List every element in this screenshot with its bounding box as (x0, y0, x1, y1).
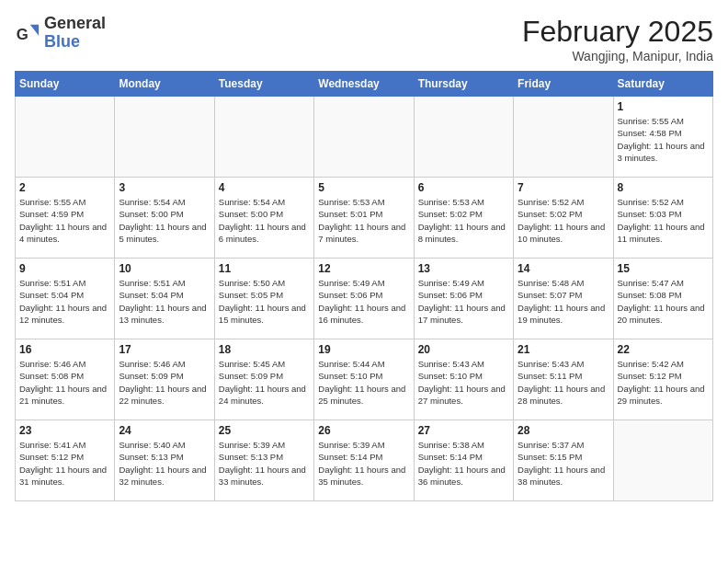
day-info: Sunrise: 5:52 AM Sunset: 5:02 PM Dayligh… (518, 196, 609, 245)
day-info: Sunrise: 5:51 AM Sunset: 5:04 PM Dayligh… (19, 277, 110, 326)
day-number: 11 (219, 262, 310, 275)
calendar-cell: 21Sunrise: 5:43 AM Sunset: 5:11 PM Dayli… (514, 339, 613, 420)
title-block: February 2025 Wangjing, Manipur, India (522, 15, 713, 63)
week-row-3: 9Sunrise: 5:51 AM Sunset: 5:04 PM Daylig… (16, 259, 713, 339)
day-number: 14 (518, 262, 609, 275)
weekday-header-wednesday: Wednesday (314, 72, 414, 97)
calendar: SundayMondayTuesdayWednesdayThursdayFrid… (15, 71, 713, 501)
day-info: Sunrise: 5:49 AM Sunset: 5:06 PM Dayligh… (318, 277, 409, 326)
page-header: G General Blue February 2025 Wangjing, M… (15, 15, 713, 63)
day-number: 19 (318, 343, 409, 356)
day-info: Sunrise: 5:42 AM Sunset: 5:12 PM Dayligh… (618, 358, 709, 407)
day-number: 21 (518, 343, 609, 356)
day-number: 13 (418, 262, 509, 275)
day-info: Sunrise: 5:38 AM Sunset: 5:14 PM Dayligh… (418, 439, 509, 488)
day-number: 16 (19, 343, 110, 356)
calendar-cell: 26Sunrise: 5:39 AM Sunset: 5:14 PM Dayli… (314, 420, 414, 501)
calendar-cell: 23Sunrise: 5:41 AM Sunset: 5:12 PM Dayli… (16, 420, 115, 501)
calendar-cell: 15Sunrise: 5:47 AM Sunset: 5:08 PM Dayli… (613, 259, 712, 339)
location: Wangjing, Manipur, India (522, 49, 713, 63)
day-info: Sunrise: 5:54 AM Sunset: 5:00 PM Dayligh… (119, 196, 210, 245)
calendar-cell (414, 97, 513, 178)
day-number: 3 (119, 181, 210, 194)
day-info: Sunrise: 5:37 AM Sunset: 5:15 PM Dayligh… (518, 439, 609, 488)
calendar-cell: 13Sunrise: 5:49 AM Sunset: 5:06 PM Dayli… (414, 259, 513, 339)
week-row-4: 16Sunrise: 5:46 AM Sunset: 5:08 PM Dayli… (16, 339, 713, 420)
calendar-cell: 1Sunrise: 5:55 AM Sunset: 4:58 PM Daylig… (613, 97, 712, 178)
day-number: 18 (219, 343, 310, 356)
calendar-cell: 5Sunrise: 5:53 AM Sunset: 5:01 PM Daylig… (314, 178, 414, 259)
calendar-cell: 27Sunrise: 5:38 AM Sunset: 5:14 PM Dayli… (414, 420, 513, 501)
day-info: Sunrise: 5:39 AM Sunset: 5:14 PM Dayligh… (318, 439, 409, 488)
day-info: Sunrise: 5:46 AM Sunset: 5:09 PM Dayligh… (119, 358, 210, 407)
calendar-cell: 14Sunrise: 5:48 AM Sunset: 5:07 PM Dayli… (514, 259, 613, 339)
day-number: 7 (518, 181, 609, 194)
week-row-5: 23Sunrise: 5:41 AM Sunset: 5:12 PM Dayli… (16, 420, 713, 501)
day-number: 28 (518, 424, 609, 437)
svg-text:G: G (17, 25, 28, 42)
day-number: 6 (418, 181, 509, 194)
day-info: Sunrise: 5:44 AM Sunset: 5:10 PM Dayligh… (318, 358, 409, 407)
day-info: Sunrise: 5:55 AM Sunset: 4:59 PM Dayligh… (19, 196, 110, 245)
day-info: Sunrise: 5:51 AM Sunset: 5:04 PM Dayligh… (119, 277, 210, 326)
calendar-cell: 20Sunrise: 5:43 AM Sunset: 5:10 PM Dayli… (414, 339, 513, 420)
day-number: 1 (618, 100, 709, 113)
calendar-cell: 28Sunrise: 5:37 AM Sunset: 5:15 PM Dayli… (514, 420, 613, 501)
day-info: Sunrise: 5:54 AM Sunset: 5:00 PM Dayligh… (219, 196, 310, 245)
weekday-header-friday: Friday (514, 72, 613, 97)
day-number: 27 (418, 424, 509, 437)
calendar-cell: 4Sunrise: 5:54 AM Sunset: 5:00 PM Daylig… (214, 178, 313, 259)
calendar-cell: 16Sunrise: 5:46 AM Sunset: 5:08 PM Dayli… (16, 339, 115, 420)
day-number: 2 (19, 181, 110, 194)
day-number: 23 (19, 424, 110, 437)
calendar-cell (115, 97, 214, 178)
weekday-header-saturday: Saturday (613, 72, 712, 97)
day-number: 4 (219, 181, 310, 194)
weekday-header-monday: Monday (115, 72, 214, 97)
day-info: Sunrise: 5:43 AM Sunset: 5:10 PM Dayligh… (418, 358, 509, 407)
day-info: Sunrise: 5:52 AM Sunset: 5:03 PM Dayligh… (618, 196, 709, 245)
day-number: 12 (318, 262, 409, 275)
day-number: 25 (219, 424, 310, 437)
day-info: Sunrise: 5:53 AM Sunset: 5:02 PM Dayligh… (418, 196, 509, 245)
weekday-header-row: SundayMondayTuesdayWednesdayThursdayFrid… (16, 72, 713, 97)
logo: G General Blue (15, 15, 106, 52)
day-number: 8 (618, 181, 709, 194)
day-info: Sunrise: 5:41 AM Sunset: 5:12 PM Dayligh… (19, 439, 110, 488)
calendar-cell: 2Sunrise: 5:55 AM Sunset: 4:59 PM Daylig… (16, 178, 115, 259)
calendar-cell: 18Sunrise: 5:45 AM Sunset: 5:09 PM Dayli… (214, 339, 313, 420)
calendar-cell: 7Sunrise: 5:52 AM Sunset: 5:02 PM Daylig… (514, 178, 613, 259)
day-info: Sunrise: 5:53 AM Sunset: 5:01 PM Dayligh… (318, 196, 409, 245)
day-number: 9 (19, 262, 110, 275)
day-info: Sunrise: 5:40 AM Sunset: 5:13 PM Dayligh… (119, 439, 210, 488)
day-number: 10 (119, 262, 210, 275)
day-info: Sunrise: 5:45 AM Sunset: 5:09 PM Dayligh… (219, 358, 310, 407)
week-row-1: 1Sunrise: 5:55 AM Sunset: 4:58 PM Daylig… (16, 97, 713, 178)
calendar-cell: 24Sunrise: 5:40 AM Sunset: 5:13 PM Dayli… (115, 420, 214, 501)
calendar-cell (613, 420, 712, 501)
logo-icon: G (15, 20, 40, 46)
calendar-cell: 9Sunrise: 5:51 AM Sunset: 5:04 PM Daylig… (16, 259, 115, 339)
day-info: Sunrise: 5:47 AM Sunset: 5:08 PM Dayligh… (618, 277, 709, 326)
day-number: 17 (119, 343, 210, 356)
day-info: Sunrise: 5:50 AM Sunset: 5:05 PM Dayligh… (219, 277, 310, 326)
day-number: 22 (618, 343, 709, 356)
calendar-cell: 19Sunrise: 5:44 AM Sunset: 5:10 PM Dayli… (314, 339, 414, 420)
calendar-cell: 10Sunrise: 5:51 AM Sunset: 5:04 PM Dayli… (115, 259, 214, 339)
month-title: February 2025 (522, 15, 713, 49)
day-info: Sunrise: 5:55 AM Sunset: 4:58 PM Dayligh… (618, 115, 709, 164)
day-info: Sunrise: 5:49 AM Sunset: 5:06 PM Dayligh… (418, 277, 509, 326)
calendar-cell (514, 97, 613, 178)
logo-blue: Blue (44, 33, 106, 52)
logo-text: General Blue (44, 15, 106, 52)
calendar-cell: 25Sunrise: 5:39 AM Sunset: 5:13 PM Dayli… (214, 420, 313, 501)
logo-general: General (44, 15, 106, 33)
day-number: 26 (318, 424, 409, 437)
day-number: 24 (119, 424, 210, 437)
weekday-header-sunday: Sunday (16, 72, 115, 97)
weekday-header-thursday: Thursday (414, 72, 513, 97)
day-info: Sunrise: 5:48 AM Sunset: 5:07 PM Dayligh… (518, 277, 609, 326)
day-number: 20 (418, 343, 509, 356)
calendar-cell (16, 97, 115, 178)
calendar-cell: 6Sunrise: 5:53 AM Sunset: 5:02 PM Daylig… (414, 178, 513, 259)
